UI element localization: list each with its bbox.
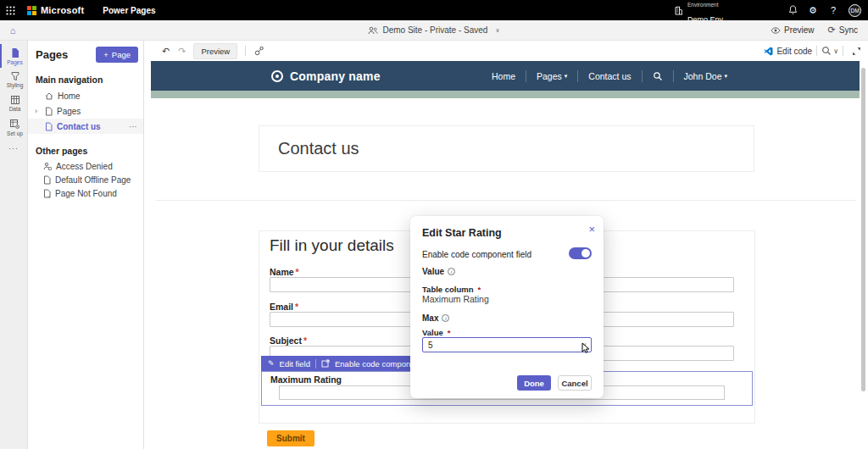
preview-site-label: Preview (784, 25, 815, 35)
rail-item-data[interactable]: Data (0, 91, 28, 115)
pages-panel: Pages + Page Main navigation Home › Page… (28, 41, 144, 449)
canvas-scrollbar[interactable] (861, 68, 865, 391)
site-status-text[interactable]: Demo Site - Private - Saved (382, 25, 487, 35)
add-page-label: Page (112, 50, 131, 59)
max-section-label: Max i (422, 313, 449, 323)
rail-label: Pages (7, 59, 22, 65)
brand-name: Microsoft (41, 5, 84, 15)
rail-item-pages[interactable]: Pages (0, 44, 28, 68)
item-more-icon[interactable]: ··· (130, 123, 138, 130)
chevron-down-icon: ∨ (833, 47, 838, 55)
site-nav-pages[interactable]: Pages▾ (526, 70, 578, 82)
settings-gear-icon[interactable]: ⚙ (803, 0, 823, 20)
done-button[interactable]: Done (517, 375, 551, 391)
site-nav-home[interactable]: Home (481, 70, 526, 82)
divider (245, 46, 246, 56)
sync-button[interactable]: ⟳ Sync (828, 25, 858, 36)
rail-item-styling[interactable]: Styling (0, 68, 28, 91)
site-nav: Home Pages▾ Contact us John Doe▾ (481, 61, 737, 91)
site-nav-contact-us[interactable]: Contact us (578, 70, 642, 82)
required-marker: * (296, 267, 299, 277)
close-icon[interactable]: × (588, 223, 595, 236)
section-divider (156, 200, 856, 201)
enable-code-component-toggle[interactable] (569, 247, 592, 259)
other-pages-title: Other pages (28, 134, 143, 159)
plus-icon: + (103, 50, 108, 59)
rail-item-setup[interactable]: Set up (0, 115, 28, 139)
sync-icon: ⟳ (828, 25, 836, 36)
sidebar-item-access-denied[interactable]: Access Denied (28, 159, 143, 173)
sidebar-item-page-not-found[interactable]: Page Not Found (28, 186, 143, 200)
page-icon (43, 175, 51, 185)
sync-label: Sync (839, 25, 858, 35)
required-marker: * (295, 302, 298, 312)
required-marker: * (303, 335, 307, 346)
account-avatar[interactable]: DM (849, 4, 861, 17)
pencil-icon: ✎ (268, 359, 275, 368)
caret-down-icon: ▾ (565, 73, 568, 80)
submit-button[interactable]: Submit (267, 430, 314, 446)
mouse-cursor (581, 342, 591, 354)
table-column-label: Table column* (422, 285, 481, 294)
zoom-dropdown[interactable]: ∨ (821, 46, 838, 56)
code-component-icon (321, 359, 330, 368)
sidebar-item-home[interactable]: Home (28, 88, 143, 103)
component-field-label: Maximum Rating (270, 374, 342, 385)
field-label-name: Name* (270, 267, 299, 277)
notifications-bell-icon[interactable] (782, 0, 803, 20)
required-marker: * (478, 285, 481, 294)
canvas-toolbar: ↶ ↷ Preview Edit code ∨ (151, 41, 868, 61)
sidebar-item-pages[interactable]: › Pages (28, 103, 143, 119)
edit-code-button[interactable]: Edit code (764, 47, 812, 56)
chevron-down-icon[interactable]: ∨ (495, 27, 499, 34)
microsoft-logo-icon (27, 6, 36, 15)
edit-code-label: Edit code (776, 47, 812, 56)
sidebar-item-label: Contact us (57, 122, 101, 131)
company-logo-icon (271, 70, 283, 82)
page-title-section[interactable]: Contact us (259, 125, 754, 172)
pages-icon (10, 47, 20, 58)
edit-field-button[interactable]: Edit field (280, 359, 310, 369)
toggle-label: Enable code component field (422, 250, 531, 259)
add-page-button[interactable]: + Page (96, 47, 138, 63)
rail-more-icon[interactable]: ··· (0, 144, 27, 152)
building-icon (674, 6, 683, 15)
search-icon (653, 71, 663, 81)
canvas-preview-button[interactable]: Preview (193, 43, 237, 59)
home-icon (45, 92, 53, 100)
preview-site-button[interactable]: Preview (771, 25, 815, 35)
page-question-icon (43, 189, 51, 198)
site-status: Demo Site - Private - Saved ∨ (0, 25, 868, 35)
divider (315, 359, 316, 369)
undo-icon[interactable]: ↶ (158, 46, 174, 57)
company-name[interactable]: Company name (290, 69, 381, 83)
help-icon[interactable]: ? (823, 0, 843, 20)
permalink-icon[interactable] (250, 46, 269, 56)
site-nav-user[interactable]: John Doe▾ (674, 70, 737, 82)
site-nav-search[interactable] (643, 70, 674, 82)
chevron-right-icon[interactable]: › (35, 107, 37, 115)
value-combobox[interactable]: 5 ∨ (422, 337, 592, 352)
redo-icon[interactable]: ↷ (174, 46, 190, 57)
sidebar-item-default-offline[interactable]: Default Offline Page (28, 173, 143, 186)
info-icon[interactable]: i (442, 314, 449, 322)
people-icon (368, 26, 378, 35)
edit-star-rating-dialog: Edit Star Rating × Enable code component… (410, 216, 604, 398)
eye-icon (771, 27, 781, 34)
divider (816, 46, 817, 56)
site-accent-strip (151, 91, 860, 98)
waffle-menu-icon[interactable] (0, 0, 20, 20)
zoom-icon (821, 46, 832, 56)
sidebar-item-contact-us[interactable]: Contact us ··· (28, 119, 143, 134)
environment-label: Environment (687, 2, 719, 8)
info-icon[interactable]: i (448, 268, 455, 275)
left-rail: Pages Styling Data Set up ··· (0, 41, 28, 449)
vscode-icon (764, 47, 773, 56)
home-icon[interactable]: ⌂ (0, 25, 25, 36)
form-heading: Fill in your details (270, 236, 394, 255)
cancel-button[interactable]: Cancel (558, 375, 592, 391)
sidebar-item-label: Default Offline Page (55, 175, 131, 185)
product-name[interactable]: Power Pages (103, 6, 155, 15)
fullscreen-icon[interactable] (848, 47, 861, 56)
page-title: Contact us (278, 139, 359, 158)
